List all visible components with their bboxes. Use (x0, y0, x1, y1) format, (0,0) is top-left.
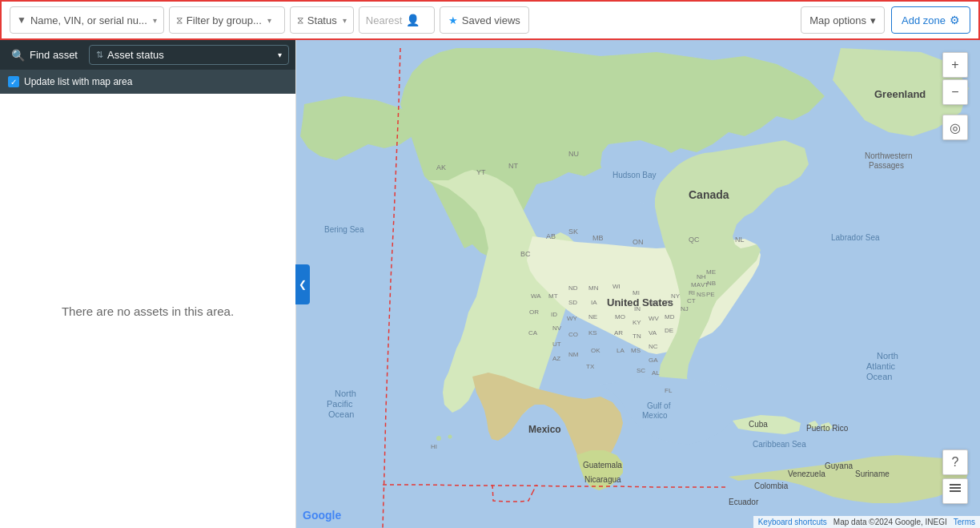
name-filter-label: Name, VIN, or serial nu... (30, 14, 147, 26)
sort-icon: ⇅ (96, 50, 103, 60)
svg-text:PE: PE (706, 291, 715, 298)
add-zone-settings-icon: ⚙ (950, 14, 960, 26)
asset-status-label: Asset status (107, 49, 164, 61)
help-button[interactable]: ? (942, 449, 968, 475)
zoom-in-icon: + (951, 58, 958, 72)
svg-text:ND: ND (568, 284, 578, 292)
svg-text:Mexico: Mexico (642, 411, 668, 420)
group-filter-dropdown[interactable]: ⧖ Filter by group... ▾ (169, 6, 285, 34)
main-content: 🔍 Find asset ⇅ Asset status ▾ ✓ Update l… (0, 40, 980, 528)
group-filter-icon: ⧖ (176, 14, 183, 26)
status-filter-label: Status (307, 14, 337, 26)
svg-text:Cuba: Cuba (749, 420, 768, 429)
svg-text:RI: RI (689, 289, 695, 296)
map-options-button[interactable]: Map options ▾ (801, 6, 885, 34)
svg-text:Ecuador: Ecuador (729, 498, 759, 506)
find-asset-label: Find asset (30, 49, 78, 61)
svg-text:BC: BC (520, 250, 531, 258)
svg-text:Atlantic: Atlantic (866, 361, 896, 371)
svg-text:Passages: Passages (869, 161, 904, 170)
name-filter-arrow: ▾ (153, 16, 157, 25)
zoom-out-button[interactable]: − (942, 79, 968, 105)
status-filter-dropdown[interactable]: ⧖ Status ▾ (290, 6, 354, 34)
svg-text:NC: NC (649, 343, 658, 350)
saved-views-label: Saved views (462, 14, 520, 26)
find-asset-button[interactable]: 🔍 Find asset (6, 46, 82, 65)
svg-text:NV: NV (552, 324, 562, 332)
svg-text:MT: MT (548, 292, 558, 300)
svg-text:MS: MS (631, 347, 641, 354)
svg-text:UT: UT (552, 341, 561, 348)
svg-text:Ocean: Ocean (328, 409, 354, 419)
svg-text:NE: NE (588, 313, 597, 320)
svg-text:NB: NB (707, 280, 716, 287)
svg-rect-94 (950, 487, 961, 489)
svg-text:OK: OK (591, 347, 600, 354)
update-map-area-bar: ✓ Update list with map area (0, 70, 295, 94)
svg-text:YT: YT (476, 168, 486, 176)
svg-text:OR: OR (529, 308, 539, 316)
svg-text:Labrador Sea: Labrador Sea (831, 233, 880, 242)
svg-text:ME: ME (706, 268, 716, 276)
toolbar-right: Map options ▾ Add zone ⚙ (801, 6, 970, 34)
nearest-person-icon: 👤 (406, 14, 420, 26)
locate-icon: ◎ (950, 120, 961, 135)
svg-text:SK: SK (568, 228, 578, 236)
svg-text:Hudson Bay: Hudson Bay (612, 171, 656, 179)
map-options-arrow: ▾ (870, 14, 876, 26)
add-zone-button[interactable]: Add zone ⚙ (891, 6, 970, 34)
svg-text:MD: MD (665, 313, 675, 320)
svg-text:ON: ON (633, 238, 644, 246)
svg-text:NH: NH (697, 273, 706, 280)
svg-text:Nicaragua: Nicaragua (584, 475, 621, 484)
svg-text:WA: WA (531, 292, 541, 300)
svg-text:AB: AB (546, 232, 556, 240)
locate-button[interactable]: ◎ (942, 115, 968, 140)
svg-text:North: North (877, 351, 898, 361)
name-filter-dropdown[interactable]: ▼ Name, VIN, or serial nu... ▾ (10, 6, 164, 34)
svg-point-91 (448, 435, 452, 439)
svg-text:AR: AR (614, 329, 623, 337)
svg-text:PA: PA (665, 299, 673, 306)
toolbar: ▼ Name, VIN, or serial nu... ▾ ⧖ Filter … (0, 0, 980, 40)
map-attribution: Keyboard shortcuts Map data ©2024 Google… (753, 516, 980, 528)
zoom-in-button[interactable]: + (942, 52, 968, 78)
google-logo-text: Google (303, 509, 341, 522)
add-zone-label: Add zone (902, 14, 946, 26)
svg-text:KY: KY (633, 319, 641, 326)
svg-text:Northwestern: Northwestern (865, 151, 912, 160)
terms-link[interactable]: Terms (954, 518, 975, 526)
saved-views-button[interactable]: ★ Saved views (440, 6, 529, 34)
svg-text:AL: AL (652, 369, 660, 377)
map-area[interactable]: Northwestern Passages Canada United Stat… (296, 40, 980, 528)
svg-text:TN: TN (633, 333, 641, 340)
svg-text:MB: MB (592, 234, 604, 242)
toolbar-left: ▼ Name, VIN, or serial nu... ▾ ⧖ Filter … (10, 6, 796, 34)
svg-text:Colombia: Colombia (754, 482, 789, 490)
svg-text:Guatemala: Guatemala (583, 461, 622, 470)
help-icon: ? (952, 455, 959, 470)
asset-status-dropdown[interactable]: ⇅ Asset status ▾ (89, 45, 289, 65)
svg-rect-95 (950, 484, 961, 486)
google-logo: Google (303, 509, 341, 522)
nearest-filter-dropdown[interactable]: Nearest 👤 (359, 6, 435, 34)
svg-text:NY: NY (671, 292, 681, 300)
find-asset-search-icon: 🔍 (11, 49, 25, 62)
svg-text:NS: NS (697, 291, 705, 298)
svg-text:VA: VA (649, 329, 657, 337)
svg-text:Greenland: Greenland (874, 88, 926, 100)
svg-text:KS: KS (588, 329, 597, 337)
svg-text:Pacific: Pacific (327, 399, 353, 409)
svg-text:MI: MI (633, 289, 640, 296)
checkbox-check-icon: ✓ (10, 78, 17, 87)
svg-text:ID: ID (551, 311, 557, 318)
layers-button[interactable] (942, 478, 968, 504)
status-filter-arrow: ▾ (343, 16, 347, 25)
svg-text:IA: IA (591, 299, 597, 306)
svg-text:GA: GA (649, 357, 658, 364)
keyboard-shortcuts-link[interactable]: Keyboard shortcuts (758, 518, 827, 526)
svg-text:Mexico: Mexico (528, 424, 561, 435)
panel-collapse-button[interactable]: ❮ (295, 264, 310, 304)
update-map-area-checkbox[interactable]: ✓ (8, 76, 19, 87)
svg-text:Caribbean Sea: Caribbean Sea (753, 440, 806, 449)
